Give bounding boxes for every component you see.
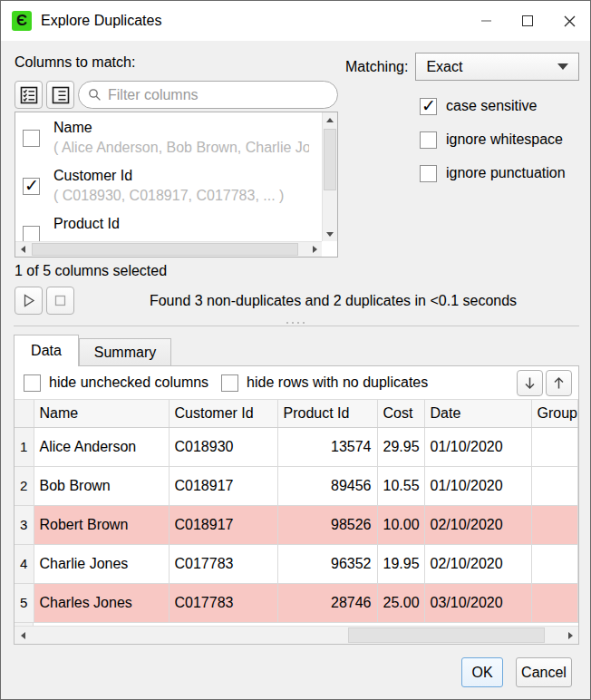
hide-rows-no-duplicates-checkbox[interactable] [221,374,238,392]
ok-button[interactable]: OK [461,657,503,687]
horizontal-scroll-thumb[interactable] [348,627,545,643]
arrow-down-icon [522,375,538,391]
columns-list-horizontal-scrollbar[interactable] [15,241,322,257]
cell-group[interactable] [531,583,578,622]
vertical-scroll-thumb[interactable] [324,129,336,190]
row-number[interactable]: 5 [15,583,34,622]
columns-list-vertical-scrollbar[interactable] [322,112,337,241]
cell-date[interactable]: 03/10/2020 [424,583,531,622]
stop-button[interactable] [46,287,74,315]
scroll-right-icon[interactable] [307,242,322,257]
splitter-handle[interactable] [286,322,305,324]
cancel-button[interactable]: Cancel [516,657,572,687]
case-sensitive-checkbox[interactable] [420,98,437,115]
hide-unchecked-columns-option[interactable]: hide unchecked columns [24,374,208,392]
column-checkbox-name[interactable] [23,130,40,147]
cell-name[interactable]: Charles Jones [34,583,169,622]
header-group[interactable]: Group [531,400,578,427]
cell-product-id[interactable]: 13574 [277,427,377,466]
column-name: Customer Id [53,165,309,186]
cell-customer-id[interactable]: C018917 [169,466,277,505]
app-logo-icon: Є [12,11,32,31]
header-date[interactable]: Date [424,400,531,427]
cell-cost[interactable]: 25.00 [377,583,424,622]
hide-unchecked-columns-checkbox[interactable] [24,374,41,392]
cell-group[interactable] [531,505,578,544]
maximize-button[interactable] [507,1,548,41]
column-sample-values: ( C018930, C018917, C017783, ... ) [53,186,309,205]
cell-customer-id[interactable]: C017783 [169,544,277,583]
arrow-up-icon [551,375,567,391]
search-icon [88,88,102,102]
previous-duplicate-button[interactable] [546,370,572,396]
cell-name[interactable]: Robert Brown [34,505,169,544]
cell-name[interactable]: Charlie Jones [34,544,169,583]
check-all-columns-button[interactable] [15,81,43,109]
cell-group[interactable] [531,466,578,505]
scroll-left-icon[interactable] [15,242,30,257]
tab-summary[interactable]: Summary [79,338,171,366]
row-number[interactable]: 2 [15,466,34,505]
cell-name[interactable]: Alice Anderson [34,427,169,466]
cell-customer-id[interactable]: C018917 [169,505,277,544]
cell-group[interactable] [531,427,578,466]
cell-product-id[interactable]: 98526 [277,505,377,544]
cell-cost[interactable]: 19.95 [377,544,424,583]
cell-product-id[interactable]: 89456 [277,466,377,505]
matching-label: Matching: [345,59,408,75]
cell-cost[interactable]: 10.00 [377,505,424,544]
uncheck-all-columns-button[interactable] [46,81,74,109]
table-row: 4 Charlie Jones C017783 96352 19.95 02/1… [15,544,578,583]
cell-date[interactable]: 01/10/2020 [424,427,531,466]
cell-cost[interactable]: 10.55 [377,466,424,505]
cell-date[interactable]: 02/10/2020 [424,544,531,583]
matching-dropdown[interactable]: Exact [415,53,579,81]
row-number[interactable]: 1 [15,427,34,466]
column-checkbox-customer-id[interactable] [23,178,40,195]
column-item-name[interactable]: Name ( Alice Anderson, Bob Brown, Charli… [15,112,337,160]
cell-customer-id[interactable]: C017783 [169,583,277,622]
ignore-punctuation-option[interactable]: ignore punctuation [420,163,566,183]
filter-columns-field[interactable] [78,81,338,109]
filter-columns-input[interactable] [108,87,328,103]
corner-header-cell[interactable] [15,400,34,427]
horizontal-scroll-thumb[interactable] [32,243,298,256]
scroll-left-icon[interactable] [15,627,31,644]
cell-cost[interactable]: 29.95 [377,427,424,466]
cell-product-id[interactable]: 28746 [277,583,377,622]
run-button[interactable] [15,287,43,315]
table-horizontal-scrollbar[interactable] [15,626,578,644]
case-sensitive-option[interactable]: case sensitive [420,96,538,116]
table-view-controls: hide unchecked columns hide rows with no… [15,366,578,400]
cell-name[interactable]: Bob Brown [34,466,169,505]
play-icon [21,293,36,308]
row-number[interactable]: 3 [15,505,34,544]
header-cost[interactable]: Cost [377,400,424,427]
header-name[interactable]: Name [34,400,169,427]
ignore-punctuation-checkbox[interactable] [420,165,437,182]
next-duplicate-button[interactable] [517,370,543,396]
ignore-whitespace-option[interactable]: ignore whitespace [420,130,563,150]
scroll-right-icon[interactable] [562,627,578,644]
hide-rows-no-duplicates-option[interactable]: hide rows with no duplicates [221,374,428,392]
columns-selected-count: 1 of 5 columns selected [15,263,167,279]
cell-date[interactable]: 02/10/2020 [424,505,531,544]
maximize-icon [522,15,533,26]
cell-group[interactable] [531,544,578,583]
ignore-whitespace-checkbox[interactable] [420,131,437,149]
cell-product-id[interactable]: 96352 [277,544,377,583]
splitter-divider[interactable] [14,326,579,326]
table-row: 5 Charles Jones C017783 28746 25.00 03/1… [15,583,578,622]
close-button[interactable] [548,1,590,41]
case-sensitive-label: case sensitive [446,98,538,114]
scroll-down-icon[interactable] [323,227,337,241]
column-item-customer-id[interactable]: Customer Id ( C018930, C018917, C017783,… [15,160,337,209]
minimize-button[interactable] [465,1,507,41]
scroll-up-icon[interactable] [323,112,337,127]
cell-date[interactable]: 01/10/2020 [424,466,531,505]
header-customer-id[interactable]: Customer Id [169,400,277,427]
row-number[interactable]: 4 [15,544,34,583]
tab-data[interactable]: Data [14,335,79,366]
cell-customer-id[interactable]: C018930 [169,427,277,466]
header-product-id[interactable]: Product Id [277,400,377,427]
